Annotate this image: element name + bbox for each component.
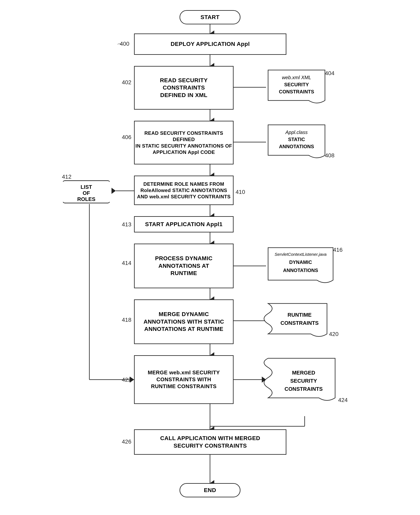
svg-text:ANNOTATIONS: ANNOTATIONS <box>279 144 314 149</box>
node-402: READ SECURITY CONSTRAINTS DEFINED IN XML <box>134 66 233 110</box>
doc-420: RUNTIME CONSTRAINTS <box>266 302 333 340</box>
ref-402: 402 <box>122 79 131 86</box>
node-413: START APPLICATION Appl1 <box>134 216 233 232</box>
doc-416: ServletContextListener.java DYNAMIC ANNO… <box>266 247 339 287</box>
node-400: DEPLOY APPLICATION Appl <box>134 34 286 55</box>
svg-text:Appl.class: Appl.class <box>285 130 308 135</box>
node-426: CALL APPLICATION WITH MERGED SECURITY CO… <box>134 429 286 455</box>
ref-404: 404 <box>325 70 335 77</box>
ref-424: 424 <box>338 397 348 403</box>
svg-text:CONSTRAINTS: CONSTRAINTS <box>285 386 323 392</box>
flowchart-diagram: START DEPLOY APPLICATION Appl 400 ⌒ READ… <box>0 0 420 515</box>
ref-410: 410 <box>236 189 245 195</box>
svg-text:LIST: LIST <box>81 184 92 190</box>
doc-404: web.xml XML SECURITY CONSTRAINTS <box>266 69 331 107</box>
node-422: MERGE web.xml SECURITY CONSTRAINTS WITH … <box>134 355 233 404</box>
svg-text:DYNAMIC: DYNAMIC <box>289 259 312 265</box>
ref-414: 414 <box>122 260 131 266</box>
ref-412: 412 <box>62 174 71 180</box>
doc-408: Appl.class STATIC ANNOTATIONS <box>266 124 331 161</box>
svg-text:SECURITY: SECURITY <box>290 378 317 384</box>
node-406: READ SECURITY CONSTRAINTS DEFINED IN STA… <box>134 121 233 164</box>
svg-text:MERGED: MERGED <box>292 370 315 376</box>
ref-418: 418 <box>122 317 131 323</box>
svg-text:ServletContextListener.java: ServletContextListener.java <box>275 252 327 257</box>
ref-422: 422 <box>122 376 131 383</box>
svg-text:OF: OF <box>83 190 90 196</box>
svg-text:STATIC: STATIC <box>288 137 305 142</box>
ref-408: 408 <box>325 152 335 159</box>
svg-text:RUNTIME: RUNTIME <box>288 312 312 318</box>
start-node: START <box>180 10 240 24</box>
end-node: END <box>180 483 240 497</box>
doc-424: MERGED SECURITY CONSTRAINTS <box>266 357 341 404</box>
svg-text:ANNOTATIONS: ANNOTATIONS <box>283 268 318 273</box>
svg-text:SECURITY: SECURITY <box>284 82 309 87</box>
svg-text:CONSTRAINTS: CONSTRAINTS <box>280 320 319 326</box>
ref-426: 426 <box>122 438 131 445</box>
ref-406: 406 <box>122 134 131 140</box>
node-414: PROCESS DYNAMIC ANNOTATIONS AT RUNTIME <box>134 243 233 288</box>
node-418: MERGE DYNAMIC ANNOTATIONS WITH STATIC AN… <box>134 299 233 344</box>
ref-420: 420 <box>329 331 338 337</box>
svg-text:web.xml XML: web.xml XML <box>282 75 311 80</box>
node-410: DETERMINE ROLE NAMES FROM RoleAllowed ST… <box>134 176 233 205</box>
ref-413: 413 <box>122 221 131 228</box>
svg-text:CONSTRAINTS: CONSTRAINTS <box>279 89 314 94</box>
svg-text:ROLES: ROLES <box>77 196 96 202</box>
ref-416: 416 <box>333 247 343 253</box>
